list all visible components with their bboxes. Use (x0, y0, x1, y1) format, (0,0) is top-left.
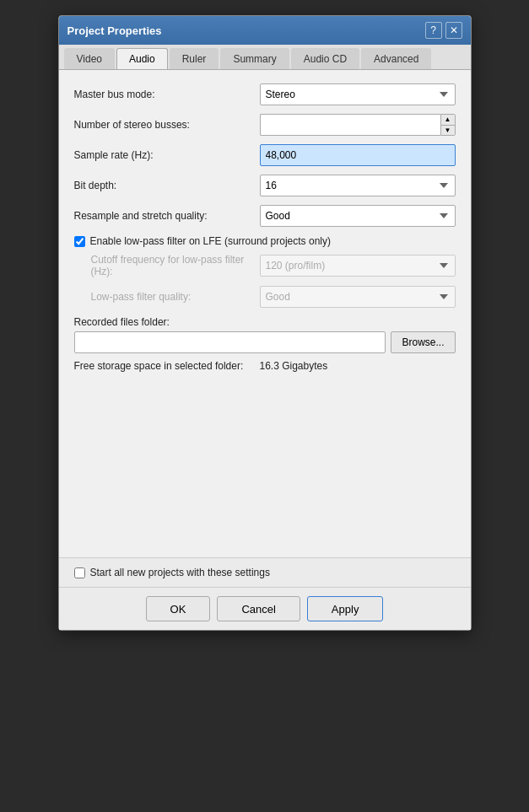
help-button[interactable]: ? (425, 22, 442, 39)
lowpass-quality-row: Low-pass filter quality: Good Better Bes… (74, 286, 456, 308)
new-projects-checkbox[interactable] (74, 567, 85, 578)
title-bar: Project Properties ? ✕ (59, 16, 471, 45)
apply-button[interactable]: Apply (307, 596, 384, 621)
bit-depth-label: Bit depth: (74, 180, 260, 191)
lowpass-quality-select[interactable]: Good Better Best (260, 286, 456, 308)
num-stereo-label: Number of stereo busses: (74, 119, 260, 131)
lowpass-quality-label: Low-pass filter quality: (74, 291, 260, 303)
project-properties-dialog: Project Properties ? ✕ Video Audio Ruler… (58, 15, 472, 631)
tab-ruler[interactable]: Ruler (170, 48, 219, 69)
lowpass-cutoff-select[interactable]: 80 120 (pro/film) 160 (260, 255, 456, 277)
folder-input-row: C:\Users\hamma\OneDrive\Documents Browse… (74, 331, 456, 353)
spinbox-up-button[interactable]: ▲ (441, 115, 455, 126)
lowpass-enable-checkbox[interactable] (74, 236, 85, 247)
title-bar-left: Project Properties (67, 24, 162, 37)
sample-rate-row: Sample rate (Hz): 22050 44100 48,000 882… (74, 144, 456, 166)
tab-video[interactable]: Video (64, 48, 115, 69)
tab-audio-cd[interactable]: Audio CD (291, 48, 359, 69)
new-projects-checkbox-row: Start all new projects with these settin… (74, 567, 456, 578)
lowpass-cutoff-row: Cutoff frequency for low-pass filter (Hz… (74, 254, 456, 277)
new-projects-label: Start all new projects with these settin… (90, 567, 270, 578)
resample-select[interactable]: Good Better Best (260, 205, 456, 227)
content-spacer (74, 375, 456, 544)
folder-input[interactable]: C:\Users\hamma\OneDrive\Documents (74, 331, 386, 353)
tab-advanced[interactable]: Advanced (361, 48, 431, 69)
ok-button[interactable]: OK (146, 596, 211, 621)
dialog-buttons: OK Cancel Apply (59, 587, 471, 630)
footer-row: Start all new projects with these settin… (59, 557, 471, 587)
cancel-button[interactable]: Cancel (217, 596, 300, 621)
browse-button[interactable]: Browse... (391, 331, 455, 353)
storage-label: Free storage space in selected folder: (74, 360, 260, 372)
lowpass-enable-row: Enable low-pass filter on LFE (surround … (74, 235, 456, 247)
recorded-folder-label: Recorded files folder: (74, 316, 456, 328)
spinbox-down-button[interactable]: ▼ (441, 126, 455, 136)
lowpass-cutoff-label: Cutoff frequency for low-pass filter (Hz… (74, 254, 260, 277)
title-bar-right: ? ✕ (425, 22, 462, 39)
tab-summary[interactable]: Summary (220, 48, 289, 69)
master-bus-label: Master bus mode: (74, 89, 260, 100)
sample-rate-select[interactable]: 22050 44100 48,000 88200 96000 176400 19… (260, 144, 456, 166)
dialog-title: Project Properties (67, 24, 162, 37)
spinbox-buttons: ▲ ▼ (440, 114, 456, 136)
dialog-content: Master bus mode: Stereo Mono Surround Nu… (59, 70, 471, 557)
storage-value: 16.3 Gigabytes (260, 360, 328, 372)
storage-row: Free storage space in selected folder: 1… (74, 360, 456, 372)
master-bus-row: Master bus mode: Stereo Mono Surround (74, 83, 456, 105)
num-stereo-input[interactable]: 0 (260, 114, 440, 136)
recorded-folder-row: Recorded files folder: C:\Users\hamma\On… (74, 316, 456, 353)
tab-bar: Video Audio Ruler Summary Audio CD Advan… (59, 45, 471, 70)
num-stereo-spinbox: 0 ▲ ▼ (260, 114, 456, 136)
master-bus-select[interactable]: Stereo Mono Surround (260, 83, 456, 105)
num-stereo-row: Number of stereo busses: 0 ▲ ▼ (74, 114, 456, 136)
lowpass-enable-label: Enable low-pass filter on LFE (surround … (90, 235, 331, 247)
sample-rate-label: Sample rate (Hz): (74, 149, 260, 161)
bit-depth-row: Bit depth: 8 16 24 32 (74, 175, 456, 196)
resample-row: Resample and stretch quality: Good Bette… (74, 205, 456, 227)
tab-audio[interactable]: Audio (116, 48, 168, 69)
resample-label: Resample and stretch quality: (74, 210, 260, 222)
bit-depth-select[interactable]: 8 16 24 32 (260, 175, 456, 196)
close-button[interactable]: ✕ (445, 22, 462, 39)
